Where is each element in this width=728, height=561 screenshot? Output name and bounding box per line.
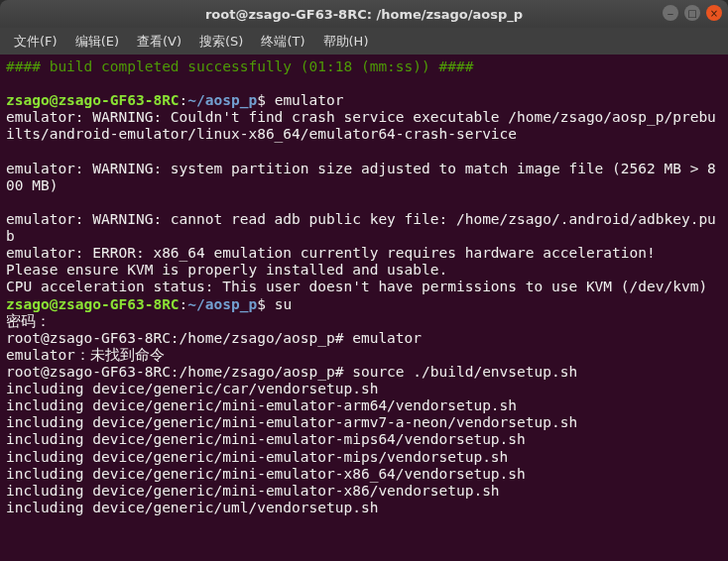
prompt-user: zsago@zsago-GF63-8RC — [6, 92, 180, 108]
output-line: including device/generic/mini-emulator-a… — [6, 397, 517, 413]
prompt-path: ~/aosp_p — [187, 296, 257, 312]
output-line: including device/generic/mini-emulator-x… — [6, 483, 500, 499]
command-input: su — [275, 296, 292, 312]
output-line: root@zsago-GF63-8RC:/home/zsago/aosp_p# … — [6, 364, 577, 380]
close-button[interactable]: × — [706, 5, 722, 21]
output-line: Please ensure KVM is properly installed … — [6, 262, 447, 278]
output-line: emulator: ERROR: x86_64 emulation curren… — [6, 245, 656, 261]
maximize-button[interactable]: □ — [684, 5, 700, 21]
terminal-output[interactable]: #### build completed successfully (01:18… — [0, 55, 728, 561]
output-line: including device/generic/uml/vendorsetup… — [6, 500, 378, 515]
menu-search[interactable]: 搜索(S) — [191, 30, 251, 54]
window-controls: ‒ □ × — [663, 5, 722, 21]
output-line: emulator: WARNING: Couldn't find crash s… — [6, 109, 716, 142]
prompt-path: ~/aosp_p — [187, 92, 257, 108]
output-line: emulator: WARNING: system partition size… — [6, 161, 716, 193]
output-line: emulator：未找到命令 — [6, 347, 165, 363]
output-line: including device/generic/mini-emulator-m… — [6, 431, 526, 447]
output-line: emulator: WARNING: cannot read adb publi… — [6, 211, 716, 244]
window-title: root@zsago-GF63-8RC: /home/zsago/aosp_p — [205, 7, 523, 22]
menu-view[interactable]: 查看(V) — [129, 30, 189, 54]
build-success-line: #### build completed successfully (01:18… — [6, 58, 473, 74]
prompt-dollar: $ — [257, 92, 274, 108]
menu-file[interactable]: 文件(F) — [6, 30, 65, 54]
prompt-dollar: $ — [257, 296, 274, 312]
output-line: including device/generic/mini-emulator-m… — [6, 449, 508, 465]
menu-help[interactable]: 帮助(H) — [315, 30, 377, 54]
minimize-button[interactable]: ‒ — [663, 5, 678, 21]
command-input: emulator — [275, 92, 344, 108]
menubar: 文件(F) 编辑(E) 查看(V) 搜索(S) 终端(T) 帮助(H) — [0, 28, 728, 55]
output-line: including device/generic/mini-emulator-x… — [6, 466, 526, 482]
output-line: including device/generic/mini-emulator-a… — [6, 414, 577, 430]
menu-edit[interactable]: 编辑(E) — [67, 30, 127, 54]
output-line: 密码： — [6, 313, 51, 329]
window-titlebar: root@zsago-GF63-8RC: /home/zsago/aosp_p … — [0, 0, 728, 28]
menu-terminal[interactable]: 终端(T) — [253, 30, 312, 54]
output-line: CPU acceleration status: This user doesn… — [6, 279, 707, 294]
prompt-user: zsago@zsago-GF63-8RC — [6, 296, 180, 312]
output-line: including device/generic/car/vendorsetup… — [6, 381, 378, 396]
output-line: root@zsago-GF63-8RC:/home/zsago/aosp_p# … — [6, 330, 422, 346]
